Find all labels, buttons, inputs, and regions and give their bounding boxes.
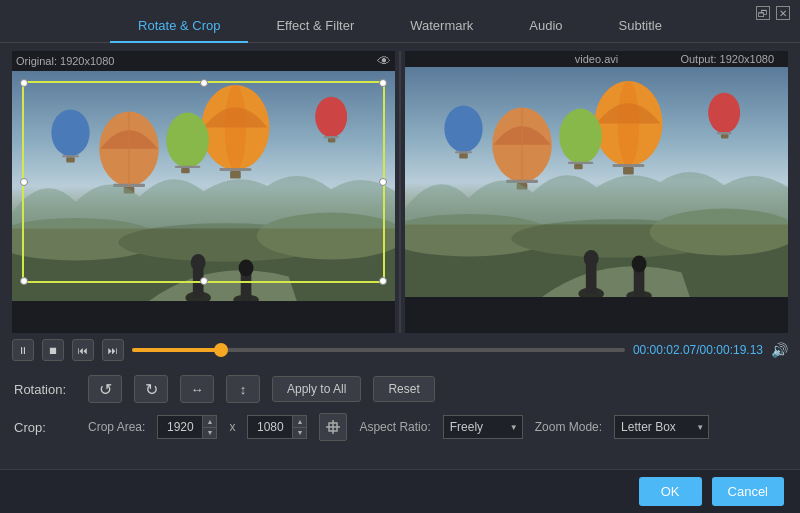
tab-rotate-crop[interactable]: Rotate & Crop [110,10,248,43]
eye-icon[interactable]: 👁 [377,53,391,69]
aspect-ratio-wrap: Freely 16:9 4:3 1:1 9:16 [443,415,523,439]
svg-point-19 [166,113,209,168]
svg-point-27 [239,259,254,276]
zoom-mode-label: Zoom Mode: [535,420,602,434]
svg-rect-49 [574,164,583,169]
close-button[interactable]: ✕ [776,6,790,20]
next-button[interactable]: ⏭ [102,339,124,361]
svg-point-12 [225,85,246,170]
svg-point-16 [315,97,347,137]
panel-divider [399,51,401,333]
cancel-button[interactable]: Cancel [712,477,784,506]
svg-rect-48 [568,162,594,164]
stop-button[interactable]: ⏹ [42,339,64,361]
flip-v-icon: ↕ [240,382,247,397]
svg-rect-42 [455,151,472,153]
svg-rect-15 [66,157,75,162]
ok-button[interactable]: OK [639,477,702,506]
aspect-ratio-select[interactable]: Freely 16:9 4:3 1:1 9:16 [443,415,523,439]
flip-horizontal-button[interactable]: ↔ [180,375,214,403]
tab-subtitle[interactable]: Subtitle [591,10,690,43]
title-bar: 🗗 ✕ [746,0,800,26]
zoom-mode-select[interactable]: Letter Box Pan & Scan Full [614,415,709,439]
original-panel: Original: 1920x1080 👁 [12,51,395,333]
rotate-right-icon: ↻ [145,380,158,399]
svg-point-24 [191,254,206,271]
stop-icon: ⏹ [48,345,58,356]
svg-rect-17 [324,136,339,138]
crop-width-field: ▲ ▼ [157,415,217,439]
minimize-button[interactable]: 🗗 [756,6,770,20]
svg-point-40 [618,81,639,166]
tab-audio[interactable]: Audio [501,10,590,43]
flip-vertical-button[interactable]: ↕ [226,375,260,403]
svg-point-44 [708,93,740,133]
controls-area: Rotation: ↺ ↻ ↔ ↕ Apply to All Reset Cro… [0,367,800,449]
filename-label: video.avi [575,53,618,65]
svg-rect-20 [175,166,201,168]
output-preview [405,67,788,297]
svg-rect-39 [623,167,634,174]
tab-watermark[interactable]: Watermark [382,10,501,43]
tab-effect-filter[interactable]: Effect & Filter [248,10,382,43]
crop-label: Crop: [14,420,76,435]
svg-point-13 [51,109,89,156]
rotate-right-button[interactable]: ↻ [134,375,168,403]
rotate-left-icon: ↺ [99,380,112,399]
aspect-ratio-label: Aspect Ratio: [359,420,430,434]
progress-thumb[interactable] [214,343,228,357]
apply-to-all-button[interactable]: Apply to All [272,376,361,402]
height-spin-up[interactable]: ▲ [292,416,306,428]
footer: OK Cancel [0,469,800,513]
reset-button[interactable]: Reset [373,376,434,402]
rotation-row: Rotation: ↺ ↻ ↔ ↕ Apply to All Reset [14,375,786,403]
height-spin-down[interactable]: ▼ [292,428,306,439]
height-spinners: ▲ ▼ [292,416,306,438]
output-res-label: Output: 1920x1080 [680,53,774,65]
pause-button[interactable]: ⏸ [12,339,34,361]
svg-rect-46 [721,134,728,138]
video-area: Original: 1920x1080 👁 [0,43,800,333]
svg-point-47 [559,109,602,164]
svg-rect-14 [62,155,79,157]
x-separator: x [229,420,235,434]
crop-area-label: Crop Area: [88,420,145,434]
pause-icon: ⏸ [18,345,28,356]
svg-rect-45 [717,132,732,134]
width-spin-down[interactable]: ▼ [202,428,216,439]
time-display: 00:00:02.07/00:00:19.13 [633,343,763,357]
svg-point-52 [584,250,599,267]
prev-icon: ⏮ [78,345,88,356]
width-spinners: ▲ ▼ [202,416,216,438]
svg-point-41 [444,105,482,152]
zoom-mode-wrap: Letter Box Pan & Scan Full [614,415,709,439]
original-res-label: Original: 1920x1080 [16,55,114,67]
svg-rect-11 [230,171,241,178]
prev-button[interactable]: ⏮ [72,339,94,361]
original-preview [12,71,395,301]
playback-bar: ⏸ ⏹ ⏮ ⏭ 00:00:02.07/00:00:19.13 🔊 [0,333,800,367]
volume-icon[interactable]: 🔊 [771,342,788,358]
progress-bar[interactable] [132,348,625,352]
svg-rect-18 [328,138,335,142]
svg-rect-43 [459,153,468,158]
crop-height-input[interactable] [248,416,292,438]
rotate-left-button[interactable]: ↺ [88,375,122,403]
crop-center-button[interactable] [319,413,347,441]
flip-h-icon: ↔ [191,382,204,397]
tabs-bar: Rotate & Crop Effect & Filter Watermark … [0,0,800,43]
rotation-label: Rotation: [14,382,76,397]
svg-point-55 [632,255,647,272]
width-spin-up[interactable]: ▲ [202,416,216,428]
next-icon: ⏭ [108,345,118,356]
output-panel: video.avi Output: 1920x1080 [405,51,788,333]
crop-row: Crop: Crop Area: ▲ ▼ x ▲ ▼ [14,413,786,441]
svg-rect-21 [181,168,190,173]
crop-width-input[interactable] [158,416,202,438]
crop-height-field: ▲ ▼ [247,415,307,439]
progress-fill [132,348,221,352]
